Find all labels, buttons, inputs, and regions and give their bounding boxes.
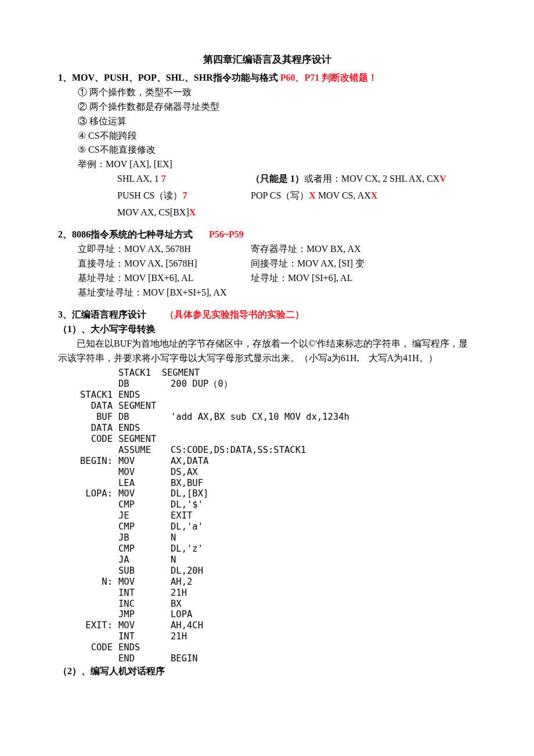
code-label: [70, 499, 118, 510]
ex2-right-red: V: [439, 174, 446, 183]
code-op: JA: [118, 555, 171, 566]
code-arg: BEGIN: [171, 653, 476, 664]
code-label: [70, 478, 118, 489]
code-row: BUFDB'add AX,BX sub CX,10 MOV dx,1234h: [70, 412, 476, 423]
code-arg: LOPA: [171, 609, 476, 620]
code-row: BEGIN:MOVAX,DATA: [70, 456, 476, 467]
code-arg: EXIT: [171, 510, 476, 521]
code-row: JAN: [70, 555, 476, 566]
code-row: CODEENDS: [70, 642, 476, 653]
code-label: [70, 631, 118, 642]
ex3-right-b: X: [309, 190, 316, 200]
code-label: CODE: [70, 434, 118, 445]
code-arg: DL,'z': [171, 543, 476, 555]
code-row: INT21H: [70, 631, 476, 642]
code-label: BUF: [70, 412, 118, 423]
code-label: [70, 445, 118, 456]
code-row: N:MOVAH,2: [70, 577, 476, 588]
code-op: DB: [118, 412, 171, 423]
code-line: STACK1 SEGMENT: [118, 368, 476, 379]
code-row: JMPLOPA: [70, 609, 476, 620]
code-label: CODE: [70, 642, 118, 653]
code-op: LEA: [118, 478, 171, 489]
sec2-r2c1: 直接寻址：MOV AX, [5678H]: [78, 257, 251, 271]
sec1-heading-text: 1、MOV、PUSH、POP、SHL、SHR指令功能与格式: [58, 73, 278, 82]
code-op: CMP: [118, 521, 171, 532]
code-label: [70, 609, 118, 620]
code-label: [70, 379, 118, 390]
code-label: LOPA:: [70, 488, 118, 499]
code-label: STACK1: [70, 390, 118, 401]
code-row: DATAENDS: [70, 423, 476, 434]
code-arg: AH,2: [171, 577, 476, 588]
ex3-right-a: POP CS（写）: [251, 190, 309, 200]
sec1-item-2: ② 两个操作数都是存储器寻址类型: [78, 100, 476, 114]
code-row: EXIT:MOVAH,4CH: [70, 620, 476, 631]
code-op: ENDS: [118, 642, 171, 653]
code-op: JB: [118, 532, 171, 543]
code-label: BEGIN:: [70, 456, 118, 467]
code-label: DATA: [70, 423, 118, 434]
ex3-left-text: PUSH CS（读）: [117, 190, 182, 200]
code-row: LEABX,BUF: [70, 478, 476, 489]
sec2-r1c1: 立即寻址：MOV AX, 5678H: [78, 242, 251, 257]
sec2-heading-red: P56~P59: [209, 229, 244, 239]
code-row: CODESEGMENT: [70, 434, 476, 445]
code-row: ASSUMECS:CODE,DS:DATA,SS:STACK1: [70, 445, 476, 456]
sec2-r1c2: 寄存器寻址：MOV BX, AX: [251, 242, 476, 257]
code-row: CMPDL,'z': [70, 543, 476, 555]
code-arg: 21H: [171, 588, 476, 599]
code-row: CMPDL,'a': [70, 521, 476, 532]
code-row: INCBX: [70, 599, 476, 610]
code-row: ENDBEGIN: [70, 653, 476, 664]
code-arg: [171, 401, 476, 412]
code-label: [70, 532, 118, 543]
code-label: [70, 555, 118, 566]
sec3-heading-b: （具体参见实验指导书的实验二）: [165, 309, 304, 319]
code-op: ENDS: [118, 390, 171, 401]
code-label: [70, 467, 118, 478]
code-op: END: [118, 653, 171, 664]
assembly-code: STACK1 SEGMENTDB200 DUP（0）STACK1ENDSDATA…: [70, 368, 476, 664]
sec2-heading-text: 2、8086指令系统的七种寻址方式: [58, 229, 193, 239]
ex2-left: SHL AX, 1 7: [117, 172, 251, 186]
ex4-red: X: [189, 207, 196, 217]
code-row: DATASEGMENT: [70, 401, 476, 412]
section-1-heading: 1、MOV、PUSH、POP、SHL、SHR指令功能与格式 P60、P71 判断…: [58, 71, 476, 85]
sec1-heading-red: P60、P71 判断改错题！: [278, 73, 378, 82]
code-op: ASSUME: [118, 445, 171, 456]
code-arg: [171, 434, 476, 445]
ex3-left-red: 7: [182, 190, 187, 200]
ex2-right-bold: （只能是 1）: [251, 174, 304, 183]
code-arg: DL,'a': [171, 521, 476, 532]
code-arg: AX,DATA: [171, 456, 476, 467]
sec1-item-4: ④ CS不能跨段: [78, 129, 476, 143]
ex3-right: POP CS（写）X MOV CS, AXX: [251, 189, 476, 203]
sec3-heading-a: 3、汇编语言程序设计: [58, 309, 146, 319]
code-op: DB: [118, 379, 171, 390]
code-arg: 21H: [171, 631, 476, 642]
sec2-r4: 基址变址寻址：MOV [BX+SI+5], AX: [78, 286, 476, 300]
code-row: SUBDL,20H: [70, 566, 476, 577]
sec2-r3c2: 址寻址：MOV [SI+6], AL: [251, 271, 476, 286]
code-op: MOV: [118, 488, 171, 499]
ex1-code: MOV [AX], [EX]: [106, 159, 172, 169]
ex4-text: MOV AX, CS[BX]: [117, 207, 189, 217]
sec1-item-5: ⑤ CS不能直接修改: [78, 143, 476, 157]
code-arg: CS:CODE,DS:DATA,SS:STACK1: [171, 445, 476, 456]
code-arg: 200 DUP（0）: [171, 379, 476, 390]
code-row: INT21H: [70, 588, 476, 599]
code-label: [70, 599, 118, 610]
code-arg: N: [171, 532, 476, 543]
code-label: [70, 368, 118, 379]
ex3-right-c: MOV CS, AX: [316, 190, 371, 200]
code-arg: N: [171, 555, 476, 566]
code-arg: DS,AX: [171, 467, 476, 478]
code-row: JEEXIT: [70, 510, 476, 521]
code-op: JE: [118, 510, 171, 521]
code-op: MOV: [118, 456, 171, 467]
example-label: 举例：: [78, 159, 106, 169]
code-arg: 'add AX,BX sub CX,10 MOV dx,1234h: [171, 412, 476, 423]
code-op: SUB: [118, 566, 171, 577]
sec3-sub1: （1）、大小写字母转换: [58, 322, 476, 337]
